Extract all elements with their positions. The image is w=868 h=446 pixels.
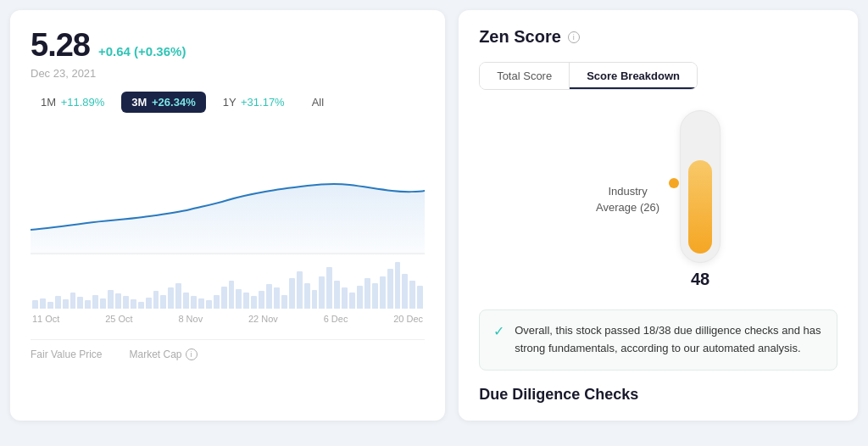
stock-price: 5.28 [31,27,90,64]
industry-avg-label: IndustryAverage (26) [596,184,659,215]
bottom-labels: Fair Value Price Market Cap i [31,339,425,360]
time-btn-1m[interactable]: 1M +11.89% [31,92,114,113]
zen-score-info-icon[interactable]: i [568,31,580,43]
time-buttons-row: 1M +11.89% 3M +26.34% 1Y +31.17% All [31,92,425,113]
industry-avg-dot [669,178,679,188]
x-axis-labels: 11 Oct 25 Oct 8 Nov 22 Nov 6 Dec 20 Dec [31,314,425,324]
x-label-6: 20 Dec [393,314,423,324]
gauge-container: 48 [680,110,721,289]
time-btn-1y[interactable]: 1Y +31.17% [213,92,295,113]
stock-chart-panel: 5.28 +0.64 (+0.36%) Dec 23, 2021 1M +11.… [10,10,445,421]
market-cap-label: Market Cap i [129,348,197,360]
market-cap-text: Market Cap [129,348,181,360]
market-cap-info-icon[interactable]: i [186,348,198,360]
time-btn-all[interactable]: All [302,92,334,113]
line-chart [31,128,425,255]
summary-box: ✓ Overall, this stock passed 18/38 due d… [479,309,837,371]
score-visual-area: IndustryAverage (26) 48 [479,110,837,289]
stock-date: Dec 23, 2021 [31,67,425,80]
app-container: 5.28 +0.64 (+0.36%) Dec 23, 2021 1M +11.… [10,10,858,421]
gauge-track [680,110,721,263]
gauge-score-value: 48 [691,270,709,289]
volume-bars [31,262,425,309]
stock-change: +0.64 (+0.36%) [98,44,186,59]
time-btn-3m[interactable]: 3M +26.34% [121,92,205,113]
summary-text: Overall, this stock passed 18/38 due dil… [515,322,823,358]
fair-value-text: Fair Value Price [31,348,102,360]
x-label-4: 22 Nov [248,314,278,324]
price-row: 5.28 +0.64 (+0.36%) [31,27,425,64]
zen-score-title: Zen Score [479,27,561,47]
x-label-3: 8 Nov [178,314,203,324]
zen-score-panel: Zen Score i Total Score Score Breakdown … [459,10,858,421]
score-tabs: Total Score Score Breakdown [479,62,698,90]
x-label-5: 6 Dec [324,314,348,324]
due-diligence-title: Due Diligence Checks [479,386,837,404]
fair-value-label: Fair Value Price [31,348,102,360]
tab-total-score[interactable]: Total Score [480,63,570,89]
check-icon: ✓ [493,323,504,339]
x-label-1: 11 Oct [32,314,59,324]
x-label-2: 25 Oct [105,314,132,324]
tab-score-breakdown[interactable]: Score Breakdown [570,63,697,89]
gauge-fill [688,160,712,254]
zen-score-header: Zen Score i [479,27,837,47]
